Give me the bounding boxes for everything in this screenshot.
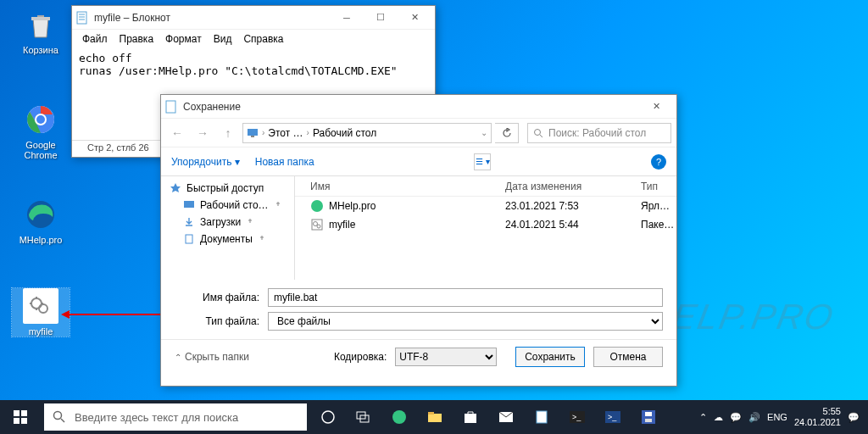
up-button[interactable]: ↑ <box>217 122 239 144</box>
notepad-menubar: Файл Правка Формат Вид Справка <box>72 30 435 48</box>
cortana-icon[interactable] <box>310 400 346 434</box>
savedlg-titlebar[interactable]: Сохранение ✕ <box>161 95 676 119</box>
cancel-button[interactable]: Отмена <box>593 347 663 367</box>
notepad-icon <box>75 11 89 25</box>
language-indicator[interactable]: ENG <box>767 412 787 422</box>
status-cursor: Стр 2, стлб 26 <box>79 142 158 155</box>
volume-icon[interactable]: 🔊 <box>748 412 760 423</box>
save-dialog: Сохранение ✕ ← → ↑ › Этот … › Рабочий ст… <box>160 94 677 387</box>
encoding-label: Кодировка: <box>334 351 387 363</box>
minimize-button[interactable]: ─ <box>330 7 364 29</box>
notepad-content[interactable]: echo off runas /user:MHelp.pro "C:\total… <box>72 48 435 81</box>
cmd-icon[interactable]: >_ <box>559 400 595 434</box>
svg-line-27 <box>61 419 64 422</box>
svg-rect-17 <box>186 235 192 243</box>
desktop-icon-mhelp[interactable]: MHelp.pro <box>12 197 70 245</box>
file-row[interactable]: myfile 24.01.2021 5:44 Паке… <box>295 215 676 234</box>
menu-edit[interactable]: Правка <box>114 31 159 47</box>
organize-button[interactable]: Упорядочить ▾ <box>171 156 240 168</box>
filetype-label: Тип файла: <box>175 315 268 327</box>
help-icon[interactable]: ? <box>651 154 666 170</box>
recycle-bin-icon <box>25 8 57 41</box>
menu-file[interactable]: Файл <box>77 31 113 47</box>
start-button[interactable] <box>0 400 41 434</box>
batch-file-icon <box>28 293 53 319</box>
notepad-task-icon[interactable] <box>524 400 559 434</box>
save-button[interactable]: Сохранить <box>515 347 585 367</box>
sidebar-item-documents[interactable]: Документы <box>161 231 294 248</box>
svg-rect-11 <box>166 101 175 113</box>
file-row[interactable]: MHelp.pro 23.01.2021 7:53 Ярл… <box>295 197 676 215</box>
notepad-title: myfile – Блокнот <box>94 12 330 24</box>
svg-rect-42 <box>645 412 652 416</box>
filename-input[interactable] <box>268 288 663 307</box>
desktop-icon-chrome[interactable]: Google Chrome <box>12 102 70 160</box>
download-icon <box>183 216 195 228</box>
shortcut-icon <box>310 199 324 213</box>
tray-chevron-icon[interactable]: ⌃ <box>699 412 707 423</box>
sidebar-item-desktop[interactable]: Рабочий сто… <box>161 197 294 214</box>
svg-rect-25 <box>21 418 27 424</box>
new-folder-button[interactable]: Новая папка <box>255 156 314 168</box>
document-icon <box>183 233 195 245</box>
view-details-button[interactable]: ☰ ▾ <box>474 153 491 170</box>
forward-button[interactable]: → <box>192 122 214 144</box>
column-date[interactable]: Дата изменения <box>505 181 641 192</box>
svg-point-28 <box>322 411 334 423</box>
svg-point-26 <box>54 412 62 420</box>
svg-text:>_: >_ <box>608 413 617 421</box>
action-center-icon[interactable]: 💬 <box>848 412 860 423</box>
close-button[interactable]: ✕ <box>398 7 431 29</box>
maximize-button[interactable]: ☐ <box>364 7 398 29</box>
desktop-icon <box>183 199 195 211</box>
svg-rect-22 <box>14 410 19 416</box>
explorer-icon[interactable] <box>417 400 453 434</box>
store-icon[interactable] <box>453 400 488 434</box>
svg-point-31 <box>392 410 406 424</box>
notification-icon[interactable]: 💬 <box>730 412 742 423</box>
mail-icon[interactable] <box>488 400 524 434</box>
pin-icon <box>258 235 266 243</box>
savedlg-title: Сохранение <box>183 101 639 113</box>
svg-point-14 <box>535 129 541 135</box>
bc-root[interactable]: Этот … <box>268 127 303 139</box>
menu-help[interactable]: Справка <box>238 31 288 47</box>
close-button[interactable]: ✕ <box>639 96 673 118</box>
breadcrumb[interactable]: › Этот … › Рабочий стол ⌄ <box>242 123 492 143</box>
chrome-icon <box>25 103 57 136</box>
svg-rect-13 <box>251 136 254 137</box>
filetype-select[interactable]: Все файлы <box>268 312 663 331</box>
hide-folders-toggle[interactable]: ⌃ Скрыть папки <box>175 351 249 363</box>
column-name[interactable]: Имя <box>310 181 505 192</box>
search-input[interactable]: Поиск: Рабочий стол <box>527 123 671 143</box>
inputs-area: Имя файла: Тип файла: Все файлы <box>161 280 676 339</box>
column-type[interactable]: Тип <box>641 181 676 192</box>
icon-label: myfile <box>12 326 70 337</box>
sidebar-item-quick-access[interactable]: Быстрый доступ <box>161 180 294 197</box>
search-placeholder: Введите здесь текст для поиска <box>75 411 238 424</box>
svg-rect-7 <box>77 12 86 24</box>
edge-icon[interactable] <box>381 400 417 434</box>
windows-icon <box>14 410 27 424</box>
refresh-button[interactable] <box>495 123 519 143</box>
system-tray: ⌃ ☁ 💬 🔊 ENG 5:55 24.01.2021 💬 <box>691 406 868 428</box>
task-view-icon[interactable] <box>346 400 381 434</box>
encoding-select[interactable]: UTF-8 <box>395 348 497 366</box>
notepad-titlebar[interactable]: myfile – Блокнот ─ ☐ ✕ <box>72 6 435 30</box>
clock[interactable]: 5:55 24.01.2021 <box>794 406 841 428</box>
star-icon <box>170 182 181 194</box>
menu-format[interactable]: Формат <box>160 31 207 47</box>
nav-row: ← → ↑ › Этот … › Рабочий стол ⌄ Поиск: Р… <box>161 119 676 147</box>
onedrive-icon[interactable]: ☁ <box>714 412 723 423</box>
bc-folder[interactable]: Рабочий стол <box>313 127 376 139</box>
powershell-icon[interactable]: >_ <box>595 400 631 434</box>
sidebar-item-downloads[interactable]: Загрузки <box>161 214 294 231</box>
taskbar-search[interactable]: Введите здесь текст для поиска <box>44 403 307 431</box>
desktop-icon-recycle-bin[interactable]: Корзина <box>12 7 70 55</box>
svg-point-3 <box>36 115 45 124</box>
save-disk-icon[interactable] <box>631 400 666 434</box>
back-button[interactable]: ← <box>166 122 188 144</box>
menu-view[interactable]: Вид <box>209 31 237 47</box>
svg-rect-36 <box>537 411 547 423</box>
svg-rect-23 <box>21 410 27 416</box>
